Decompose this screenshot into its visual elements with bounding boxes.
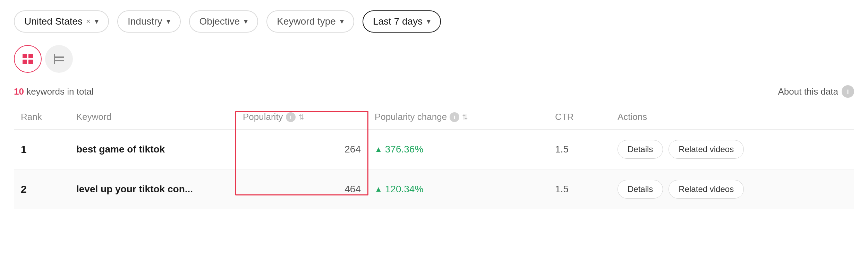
popularity-info-icon: i	[286, 112, 296, 122]
about-data-label: About this data	[778, 86, 838, 97]
country-filter-chevron-icon: ▾	[95, 17, 99, 26]
industry-filter[interactable]: Industry ▾	[117, 10, 181, 33]
popularity-header: Popularity i ⇅	[236, 112, 368, 122]
up-arrow-icon: ▲	[375, 185, 382, 194]
svg-rect-4	[54, 56, 64, 58]
stats-row: 10 keywords in total About this data i	[14, 85, 854, 98]
popularity-change-header: Popularity change i ⇅	[368, 112, 548, 122]
objective-filter-chevron-icon: ▾	[244, 17, 248, 26]
popularity-change-sort-icon[interactable]: ⇅	[462, 113, 468, 121]
up-arrow-icon: ▲	[375, 145, 382, 154]
actions-cell: Details Related videos	[611, 140, 854, 159]
about-data-link[interactable]: About this data i	[778, 85, 854, 98]
svg-rect-3	[28, 60, 33, 64]
objective-filter-label: Objective	[199, 16, 240, 27]
chart-view-icon	[53, 53, 65, 65]
chart-view-button[interactable]	[45, 45, 73, 73]
actions-header: Actions	[611, 112, 854, 122]
date-range-filter-label: Last 7 days	[373, 16, 423, 27]
keyword-cell: best game of tiktok	[69, 144, 236, 155]
details-button[interactable]: Details	[618, 180, 663, 199]
industry-filter-label: Industry	[128, 16, 162, 27]
svg-rect-2	[23, 60, 27, 64]
rank-cell: 1	[14, 143, 69, 155]
rank-header: Rank	[14, 112, 69, 122]
related-videos-button[interactable]: Related videos	[669, 180, 744, 199]
svg-rect-0	[23, 54, 27, 58]
keyword-cell: level up your tiktok con...	[69, 184, 236, 195]
keywords-count-number: 10	[14, 86, 24, 97]
about-data-info-icon: i	[842, 85, 854, 98]
svg-rect-1	[28, 54, 33, 58]
popularity-change-info-icon: i	[450, 112, 459, 122]
keywords-count: 10 keywords in total	[14, 86, 94, 97]
svg-rect-6	[54, 54, 55, 64]
table-header: Rank Keyword Popularity i ⇅ Popularity c…	[14, 105, 854, 130]
country-filter-close[interactable]: ×	[86, 17, 91, 26]
popularity-cell: 264	[236, 144, 368, 155]
popularity-cell: 464	[236, 184, 368, 195]
table-view-button[interactable]	[14, 45, 42, 73]
ctr-cell: 1.5	[548, 144, 611, 155]
related-videos-button[interactable]: Related videos	[669, 140, 744, 159]
table-container: Rank Keyword Popularity i ⇅ Popularity c…	[14, 105, 854, 209]
table-row: 2 level up your tiktok con... 464 ▲ 120.…	[14, 169, 854, 209]
keyword-header: Keyword	[69, 112, 236, 122]
date-range-filter[interactable]: Last 7 days ▾	[363, 10, 441, 33]
ctr-header: CTR	[548, 112, 611, 122]
details-button[interactable]: Details	[618, 140, 663, 159]
svg-rect-5	[54, 60, 64, 61]
table-view-icon	[22, 53, 34, 65]
keyword-type-chevron-icon: ▾	[340, 17, 344, 26]
table-row: 1 best game of tiktok 264 ▲ 376.36% 1.5 …	[14, 130, 854, 169]
popularity-sort-icon[interactable]: ⇅	[298, 113, 304, 121]
keyword-type-filter-label: Keyword type	[277, 16, 336, 27]
keyword-type-filter[interactable]: Keyword type ▾	[266, 10, 354, 33]
actions-cell: Details Related videos	[611, 180, 854, 199]
keywords-count-label: keywords in total	[26, 86, 94, 97]
country-filter[interactable]: United States × ▾	[14, 10, 109, 33]
rank-cell: 2	[14, 183, 69, 195]
objective-filter[interactable]: Objective ▾	[189, 10, 258, 33]
filters-row: United States × ▾ Industry ▾ Objective ▾…	[14, 10, 854, 33]
ctr-cell: 1.5	[548, 184, 611, 195]
popularity-change-cell: ▲ 376.36%	[368, 144, 548, 155]
country-filter-label: United States	[24, 16, 83, 27]
industry-filter-chevron-icon: ▾	[167, 17, 170, 26]
date-range-chevron-icon: ▾	[427, 17, 431, 26]
popularity-change-cell: ▲ 120.34%	[368, 184, 548, 195]
view-toggle-row	[14, 45, 854, 73]
